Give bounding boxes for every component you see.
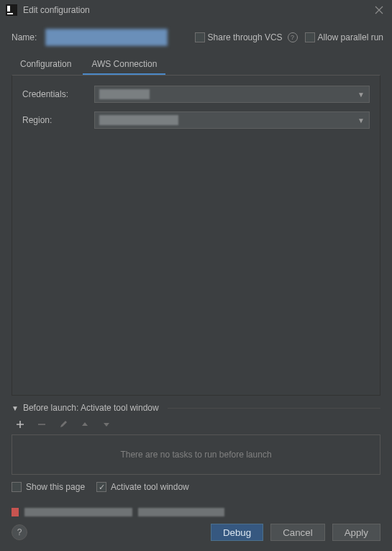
- share-vcs-checkbox[interactable]: [195, 32, 205, 42]
- error-row: [0, 508, 392, 516]
- apply-button[interactable]: Apply: [332, 524, 380, 541]
- credentials-dropdown[interactable]: ▼: [94, 86, 370, 103]
- tab-configuration[interactable]: Configuration: [12, 55, 80, 75]
- region-row: Region: ▼: [22, 111, 370, 129]
- allow-parallel-group: Allow parallel run: [305, 32, 383, 42]
- tab-aws-connection[interactable]: AWS Connection: [83, 55, 165, 75]
- region-value: [99, 115, 178, 125]
- activate-tool-label: Activate tool window: [111, 482, 189, 492]
- task-empty-text: There are no tasks to run before launch: [120, 450, 271, 460]
- allow-parallel-checkbox[interactable]: [305, 32, 315, 42]
- before-launch-header[interactable]: ▼ Before launch: Activate tool window: [12, 403, 380, 413]
- launch-options: Show this page Activate tool window: [12, 482, 380, 492]
- chevron-down-icon: ▼: [357, 117, 365, 124]
- close-icon[interactable]: [372, 3, 386, 17]
- svg-rect-1: [7, 6, 10, 12]
- allow-parallel-label: Allow parallel run: [318, 32, 383, 42]
- tabs: Configuration AWS Connection: [0, 52, 392, 75]
- before-launch-title: Before launch: Activate tool window: [23, 403, 159, 413]
- show-page-checkbox[interactable]: [12, 482, 22, 492]
- region-label: Region:: [22, 115, 94, 125]
- error-text-1: [24, 508, 132, 516]
- region-dropdown[interactable]: ▼: [94, 111, 370, 129]
- move-up-icon[interactable]: [79, 419, 91, 430]
- aws-connection-panel: Credentials: ▼ Region: ▼: [12, 75, 380, 396]
- edit-task-icon[interactable]: [58, 419, 69, 430]
- error-icon: [12, 508, 19, 516]
- activate-tool-checkbox[interactable]: [96, 482, 106, 492]
- remove-task-icon[interactable]: [36, 419, 47, 430]
- show-page-label: Show this page: [26, 482, 85, 492]
- credentials-label: Credentials:: [22, 89, 94, 99]
- divider: [168, 408, 380, 409]
- help-icon[interactable]: ?: [288, 32, 298, 42]
- before-launch-section: ▼ Before launch: Activate tool window Th…: [0, 396, 392, 492]
- dialog-footer: ? Debug Cancel Apply: [0, 516, 392, 551]
- task-list: There are no tasks to run before launch: [12, 434, 380, 475]
- collapse-icon: ▼: [12, 404, 19, 412]
- move-down-icon[interactable]: [101, 419, 112, 430]
- task-toolbar: [12, 417, 380, 434]
- error-text-2: [138, 508, 224, 516]
- debug-button[interactable]: Debug: [211, 524, 263, 541]
- window-title: Edit configuration: [23, 5, 372, 15]
- app-icon: [6, 4, 17, 16]
- add-task-icon[interactable]: [14, 419, 26, 430]
- cancel-button[interactable]: Cancel: [270, 524, 325, 541]
- name-label: Name:: [12, 32, 37, 42]
- titlebar: Edit configuration: [0, 0, 392, 20]
- credentials-value: [99, 89, 150, 99]
- name-input[interactable]: [45, 29, 168, 46]
- share-vcs-label: Share through VCS: [208, 32, 283, 42]
- help-button[interactable]: ?: [12, 524, 27, 540]
- chevron-down-icon: ▼: [357, 91, 365, 99]
- name-row: Name: Share through VCS ? Allow parallel…: [0, 20, 392, 47]
- svg-rect-2: [7, 13, 13, 14]
- credentials-row: Credentials: ▼: [22, 86, 370, 103]
- share-vcs-group: Share through VCS ?: [195, 32, 298, 42]
